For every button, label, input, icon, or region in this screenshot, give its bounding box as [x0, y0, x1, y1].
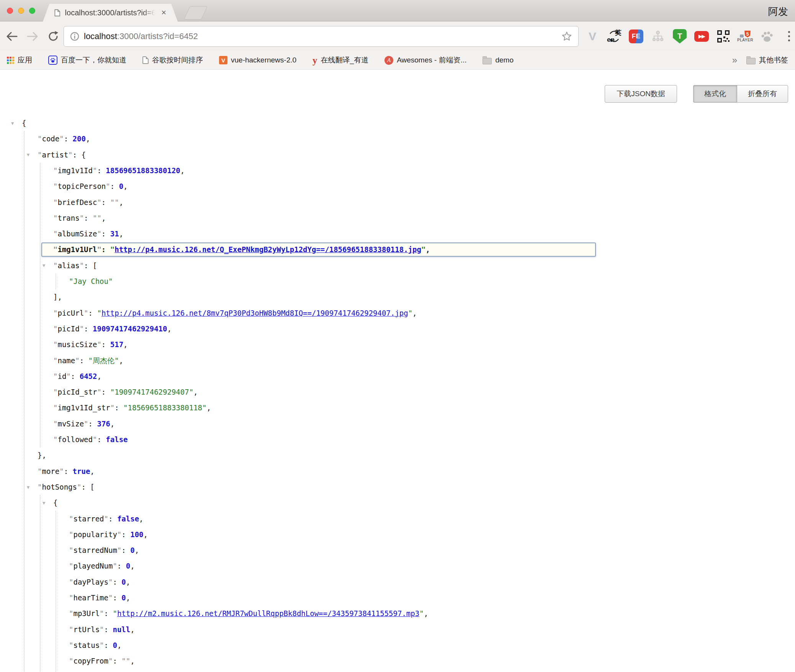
json-line: "code": 200, — [0, 131, 795, 147]
json-quote: " — [38, 483, 42, 491]
download-json-button[interactable]: 下载JSON数据 — [605, 85, 677, 103]
json-value: 0 — [119, 182, 123, 190]
json-line: }, — [0, 447, 795, 463]
json-punctuation: , — [119, 229, 123, 238]
json-key: starred — [73, 515, 104, 523]
json-value: 0 — [113, 641, 117, 649]
json-punctuation: { — [22, 119, 26, 127]
json-quote: " — [84, 309, 88, 317]
json-quote: " — [53, 245, 57, 254]
video-downloader-icon[interactable]: ▶▶ — [694, 28, 709, 44]
json-punctuation: , — [424, 609, 428, 618]
json-quote: " — [53, 435, 57, 444]
translate-icon[interactable]: 英 en — [607, 28, 622, 44]
url-bar[interactable]: localhost:3000/artists?id=6452 — [64, 26, 579, 47]
sitemap-icon[interactable] — [650, 28, 666, 44]
json-line: "more": true, — [0, 464, 795, 479]
json-value: 517 — [110, 340, 123, 349]
html5-player-icon[interactable]: 5 PLAYER — [738, 28, 753, 44]
json-link[interactable]: http://p4.music.126.net/8mv7qP30Pd3oHW8b… — [101, 309, 408, 317]
json-quote: " — [97, 388, 101, 396]
json-quote: " — [108, 593, 113, 602]
json-quote: " — [93, 435, 97, 444]
json-key: musicSize — [57, 340, 97, 349]
collapse-arrow-icon[interactable]: ▼ — [27, 485, 29, 490]
collapse-arrow-icon[interactable]: ▼ — [11, 121, 14, 126]
json-quote: " — [84, 420, 88, 428]
json-link[interactable]: http://p4.music.126.net/Q_ExePNkmgB2yWyL… — [115, 245, 421, 254]
profile-name[interactable]: 阿发 — [768, 5, 788, 18]
folder-icon — [746, 58, 756, 64]
collapse-all-button[interactable]: 折叠所有 — [737, 85, 788, 103]
json-key: img1v1Id — [57, 166, 93, 175]
json-punctuation: ], — [53, 293, 62, 301]
other-bookmarks-folder[interactable]: 其他书签 — [746, 55, 788, 65]
browser-toolbar: localhost:3000/artists?id=6452 V 英 en — [0, 21, 795, 51]
minimize-window-button[interactable] — [18, 8, 24, 14]
json-key: picId_str — [57, 388, 97, 396]
zoom-window-button[interactable] — [29, 8, 35, 14]
bookmark-star-icon[interactable] — [561, 31, 572, 42]
json-quote: " — [80, 325, 84, 333]
vue-devtools-icon[interactable]: V — [585, 28, 600, 44]
close-window-button[interactable] — [7, 8, 13, 14]
json-punctuation: : — [97, 166, 106, 175]
json-key: code — [42, 134, 59, 143]
forward-button[interactable] — [26, 31, 39, 42]
json-quote: " — [108, 578, 113, 586]
page-info-icon[interactable] — [70, 32, 79, 41]
json-line: ▼"artist": { — [0, 147, 795, 163]
json-link[interactable]: http://m2.music.126.net/RMJR7wDullRqppBk… — [117, 609, 419, 618]
collapse-arrow-icon[interactable]: ▼ — [43, 500, 45, 506]
json-punctuation: : — [113, 593, 121, 602]
bookmark-awesomes[interactable]: A Awesomes - 前端资... — [384, 55, 466, 65]
json-line: "popularity": 100, — [0, 527, 795, 543]
fehelper-icon[interactable]: FE — [628, 28, 644, 44]
collapse-arrow-icon[interactable]: ▼ — [43, 263, 45, 268]
json-quote: " — [75, 356, 79, 365]
json-quote: " — [53, 182, 57, 190]
format-button[interactable]: 格式化 — [693, 85, 737, 103]
page-content: 下载JSON数据 格式化 折叠所有 ▼{"code": 200,▼"artist… — [0, 70, 795, 672]
json-line: "starredNum": 0, — [0, 543, 795, 558]
translate-arrows-icon — [607, 29, 622, 44]
bookmark-folder-demo[interactable]: demo — [483, 56, 514, 64]
json-key: img1v1Url — [57, 245, 97, 254]
browser-tab[interactable]: localhost:3000/artists?id=645 × — [43, 4, 178, 21]
security-shield-icon[interactable]: T — [672, 28, 687, 44]
bookmark-google-sort[interactable]: 谷歌按时间排序 — [142, 55, 203, 65]
json-key: more — [42, 467, 59, 475]
youdao-favicon: y — [312, 56, 317, 65]
bookmark-apps[interactable]: 应用 — [7, 55, 32, 65]
browser-window: localhost:3000/artists?id=645 × 阿发 — [0, 0, 795, 672]
qr-code-icon[interactable] — [716, 28, 731, 44]
json-key: name — [57, 356, 75, 365]
bookmark-youdao[interactable]: y 在线翻译_有道 — [312, 55, 368, 65]
tab-close-icon[interactable]: × — [161, 8, 166, 17]
new-tab-button[interactable] — [184, 6, 208, 20]
json-quote: " — [53, 403, 57, 412]
json-value: null — [113, 625, 130, 634]
bookmark-vue-hackernews[interactable]: V vue-hackernews-2.0 — [219, 56, 296, 64]
json-line: "starred": false, — [0, 511, 795, 527]
bookmark-baidu[interactable]: 百度一下，你就知道 — [48, 55, 126, 65]
json-punctuation: : — [88, 309, 97, 317]
page-icon — [142, 56, 149, 64]
json-quote: " — [100, 625, 104, 634]
json-quote: " — [69, 657, 73, 665]
tab-title: localhost:3000/artists?id=645 — [65, 8, 156, 17]
json-punctuation: , — [126, 593, 130, 602]
bookmarks-overflow-icon[interactable]: » — [732, 55, 737, 66]
collapse-arrow-icon[interactable]: ▼ — [27, 152, 29, 157]
json-key: hearTime — [73, 593, 108, 602]
json-key: copyFrom — [73, 657, 108, 665]
json-punctuation: : — [108, 515, 117, 523]
back-button[interactable] — [5, 31, 18, 42]
reload-button[interactable] — [47, 31, 60, 42]
json-key: briefDesc — [57, 198, 97, 207]
paw-icon[interactable] — [759, 28, 775, 44]
json-line: "dayPlays": 0, — [0, 574, 795, 590]
json-punctuation: : [ — [84, 261, 97, 270]
json-quote: " — [38, 151, 42, 159]
browser-menu-icon[interactable] — [781, 28, 795, 44]
